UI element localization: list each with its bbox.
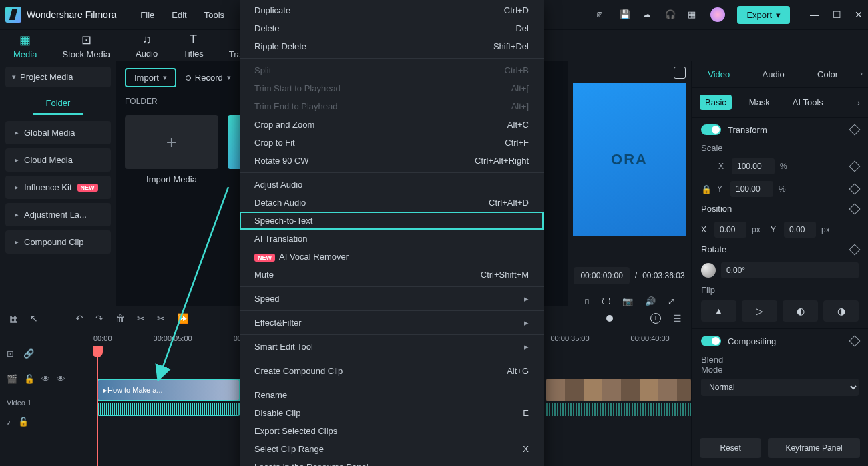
tab-stock-media[interactable]: ⊡Stock Media: [62, 33, 110, 59]
import-media-tile[interactable]: + Import Media: [125, 115, 218, 184]
markers-icon[interactable]: ⎍: [584, 296, 590, 306]
flip-horizontal-button[interactable]: ▲: [701, 300, 736, 322]
avatar[interactable]: [710, 7, 725, 22]
display-icon[interactable]: 🖵: [602, 296, 610, 306]
compositing-toggle[interactable]: [701, 336, 721, 346]
keyframe-icon[interactable]: [849, 244, 861, 255]
zoom-in-button[interactable]: +: [650, 313, 661, 324]
menu-edit[interactable]: Edit: [172, 10, 186, 20]
preview-canvas[interactable]: ORA: [573, 83, 686, 236]
fullscreen-icon[interactable]: ⤢: [668, 296, 675, 306]
ctx-mute[interactable]: MuteCtrl+Shift+M: [240, 266, 544, 284]
screen-icon[interactable]: ⎚: [597, 9, 608, 20]
snapshot-icon[interactable]: [674, 67, 686, 79]
ctx-create-compound-clip[interactable]: Create Compound ClipAlt+G: [240, 362, 544, 380]
ctx-adjust-audio[interactable]: Adjust Audio: [240, 176, 544, 194]
keyframe-panel-button[interactable]: Keyframe Panel: [768, 438, 860, 458]
list-icon[interactable]: ☰: [673, 313, 682, 324]
maximize-button[interactable]: ☐: [833, 9, 841, 20]
flip-vertical-button[interactable]: ▷: [742, 300, 777, 322]
sidebar-item-adjustment-layer[interactable]: ▸Adjustment La...: [5, 203, 111, 226]
transform-toggle[interactable]: [701, 124, 721, 135]
sidebar-item-cloud-media[interactable]: ▸Cloud Media: [5, 148, 111, 172]
lock-icon[interactable]: 🔓: [24, 374, 35, 384]
mute-icon[interactable]: 👁: [57, 374, 65, 384]
keyframe-icon[interactable]: [849, 124, 861, 136]
ctx-crop-and-zoom[interactable]: Crop and ZoomAlt+C: [240, 115, 544, 134]
ctx-speech-to-text[interactable]: Speech-to-Text: [240, 212, 544, 230]
ctx-disable-clip[interactable]: Disable ClipE: [240, 404, 544, 422]
video-clip[interactable]: ▸ How to Make a...: [97, 379, 240, 401]
scale-y-input[interactable]: [730, 181, 773, 197]
volume-icon[interactable]: 🔊: [645, 296, 656, 306]
scale-x-input[interactable]: [732, 158, 775, 174]
reset-button[interactable]: Reset: [700, 438, 761, 458]
ctx-delete[interactable]: DeleteDel: [240, 19, 544, 37]
ctx-ai-vocal-remover[interactable]: NEWAI Vocal Remover: [240, 248, 544, 266]
cloud-icon[interactable]: ☁: [642, 9, 653, 20]
subtab-ai-tools[interactable]: AI Tools: [787, 95, 829, 110]
ctx-rename[interactable]: Rename: [240, 386, 544, 404]
subtab-basic[interactable]: Basic: [700, 95, 732, 110]
record-button[interactable]: Record ▾: [186, 73, 231, 83]
keyframe-icon[interactable]: [849, 184, 861, 195]
project-media-dropdown[interactable]: ▾ Project Media: [5, 67, 111, 87]
sidebar-item-influence-kit[interactable]: ▸Influence KitNEW: [5, 176, 111, 199]
ctx-ai-translation[interactable]: AI Translation: [240, 230, 544, 248]
speed-icon[interactable]: ⏩: [177, 313, 188, 324]
crop-icon[interactable]: ✂: [157, 313, 165, 324]
ctx-export-selected-clips[interactable]: Export Selected Clips: [240, 422, 544, 440]
video-track-header[interactable]: 🎬 🔓 👁 👁: [0, 360, 93, 397]
cursor-icon[interactable]: ↖: [30, 313, 38, 324]
keyframe-icon[interactable]: [849, 336, 861, 347]
lock-icon[interactable]: 🔒: [701, 184, 712, 194]
subtab-mask[interactable]: Mask: [744, 95, 775, 110]
keyframe-icon[interactable]: [849, 161, 861, 172]
visibility-icon[interactable]: 👁: [41, 374, 50, 384]
tab-titles[interactable]: TTitles: [183, 33, 204, 59]
tab-audio[interactable]: Audio: [746, 61, 800, 87]
clip-waveform[interactable]: [97, 403, 240, 416]
ctx-effect-filter[interactable]: Effect&Filter▸: [240, 314, 544, 332]
folder-tab[interactable]: Folder: [33, 93, 83, 115]
ctx-crop-to-fit[interactable]: Crop to FitCtrl+F: [240, 134, 544, 152]
camera-icon[interactable]: 📷: [622, 296, 633, 306]
rotate-input[interactable]: [721, 262, 859, 278]
ctx-select-clip-range[interactable]: Select Clip RangeX: [240, 440, 544, 458]
menu-file[interactable]: File: [140, 10, 154, 20]
chevron-right-icon[interactable]: ›: [855, 61, 868, 87]
rotate-dial[interactable]: [701, 263, 716, 278]
tab-media[interactable]: ▦Media: [13, 33, 37, 59]
keyframe-icon[interactable]: [849, 203, 861, 214]
ctx-speed[interactable]: Speed▸: [240, 290, 544, 308]
zoom-slider-thumb[interactable]: [606, 315, 613, 322]
cut-icon[interactable]: ✂: [137, 313, 145, 324]
track-link-icon[interactable]: 🔗: [23, 348, 34, 359]
import-button[interactable]: Import ▾: [125, 68, 176, 87]
ctx-smart-edit-tool[interactable]: Smart Edit Tool▸: [240, 338, 544, 356]
lock-icon[interactable]: 🔓: [18, 417, 29, 427]
apps-icon[interactable]: ▦: [688, 9, 698, 20]
clip-thumbnails[interactable]: [546, 379, 691, 401]
flip-4-button[interactable]: ◑: [823, 300, 859, 322]
save-icon[interactable]: 💾: [620, 9, 630, 20]
close-button[interactable]: ✕: [855, 9, 863, 20]
blend-mode-select[interactable]: Normal: [701, 379, 859, 396]
ctx-locate-in-the-resource-panel[interactable]: Locate in the Resource Panel: [240, 458, 544, 466]
grid-icon[interactable]: ▦: [9, 313, 18, 324]
ctx-duplicate[interactable]: DuplicateCtrl+D: [240, 1, 544, 19]
audio-track-header[interactable]: ♪ 🔓: [0, 408, 93, 435]
redo-icon[interactable]: ↷: [95, 313, 103, 324]
undo-icon[interactable]: ↶: [75, 313, 83, 324]
export-button[interactable]: Export ▾: [737, 6, 790, 24]
playhead[interactable]: [97, 346, 98, 466]
track-marker-icon[interactable]: ⊡: [7, 348, 14, 359]
ctx-detach-audio[interactable]: Detach AudioCtrl+Alt+D: [240, 194, 544, 212]
menu-tools[interactable]: Tools: [204, 10, 224, 20]
headphones-icon[interactable]: 🎧: [665, 9, 676, 20]
flip-3-button[interactable]: ◐: [783, 300, 818, 322]
delete-icon[interactable]: 🗑: [116, 313, 125, 324]
ctx-ripple-delete[interactable]: Ripple DeleteShift+Del: [240, 37, 544, 55]
sidebar-item-compound-clip[interactable]: ▸Compound Clip: [5, 230, 111, 254]
ctx-rotate-90-cw[interactable]: Rotate 90 CWCtrl+Alt+Right: [240, 152, 544, 170]
